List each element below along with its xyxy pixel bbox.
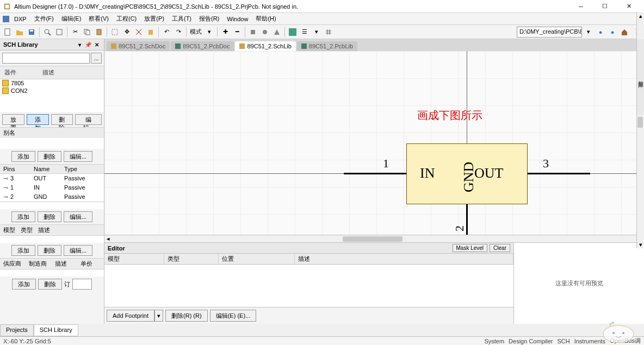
menu-project[interactable]: 工程(C) xyxy=(113,14,140,24)
edit-button[interactable]: 编辑... xyxy=(75,114,102,125)
col-description[interactable]: 描述 xyxy=(40,67,57,78)
open-button[interactable] xyxy=(14,27,25,37)
h-scroll-thumb[interactable] xyxy=(343,236,403,242)
editor-col-pos[interactable]: 位置 xyxy=(219,254,295,264)
status-sch[interactable]: SCH xyxy=(557,338,569,344)
clear-button[interactable] xyxy=(145,27,156,37)
supplier-add-button[interactable]: 添加 xyxy=(12,279,36,290)
nav-dropdown[interactable]: ▾ xyxy=(583,27,594,37)
tool-a[interactable] xyxy=(247,27,258,37)
add-footprint-dropdown[interactable]: ▾ xyxy=(154,310,163,322)
grid-button[interactable] xyxy=(323,27,334,37)
pin-row[interactable]: ⊸3OUTPassive xyxy=(0,174,104,183)
menu-window[interactable]: Window xyxy=(224,15,251,23)
pin-delete-button[interactable]: 删除 xyxy=(38,211,61,222)
clear-button[interactable]: Clear xyxy=(490,244,510,252)
color-picker[interactable] xyxy=(287,27,298,37)
component-row[interactable]: 7805 xyxy=(0,79,104,87)
supplier-list[interactable] xyxy=(0,269,104,277)
pin-row[interactable]: ⊸1INPassive xyxy=(0,183,104,192)
deselect-button[interactable] xyxy=(133,27,144,37)
filter-button[interactable]: ... xyxy=(91,53,102,64)
v-scroll-thumb[interactable] xyxy=(637,117,643,128)
status-system[interactable]: System xyxy=(484,338,504,344)
redo-button[interactable]: ↷ xyxy=(173,27,184,37)
editor-col-model[interactable]: 模型 xyxy=(104,254,164,264)
pin-row[interactable]: ⊸2GNDPassive xyxy=(0,192,104,202)
editor-delete-button[interactable]: 删除(R) (R) xyxy=(165,310,208,322)
editor-edit-button[interactable]: 编辑(E) (E)... xyxy=(210,310,257,322)
move-button[interactable]: ✥ xyxy=(121,27,132,37)
h-scrollbar[interactable]: ◂ ▸ xyxy=(104,235,644,242)
pins-col-type[interactable]: Type xyxy=(61,165,94,173)
order-qty[interactable] xyxy=(72,279,92,290)
save-button[interactable] xyxy=(26,27,37,37)
tab-pcblib[interactable]: 89C51_2.PcbLib xyxy=(297,41,357,51)
model-add-button[interactable]: 添加 xyxy=(11,245,35,256)
new-button[interactable] xyxy=(2,27,13,37)
mfr-col[interactable]: 制造商 xyxy=(29,260,49,268)
scroll-up-icon[interactable]: ▴ xyxy=(637,12,644,20)
zoom-area-button[interactable] xyxy=(42,27,53,37)
minus-button[interactable]: ━ xyxy=(232,27,243,37)
add-button[interactable]: 添加 xyxy=(27,114,49,125)
zoom-fit-button[interactable] xyxy=(54,27,65,37)
select-button[interactable] xyxy=(109,27,120,37)
right-collapsed-panel[interactable]: 剪贴板 库 xyxy=(636,39,644,115)
supplier-col[interactable]: 供应商 xyxy=(3,260,23,268)
panel-pin-icon[interactable]: 📌 xyxy=(84,41,92,48)
cut-button[interactable]: ✂ xyxy=(70,27,81,37)
alias-list[interactable] xyxy=(0,138,104,149)
col-component[interactable]: 器件 xyxy=(2,67,40,78)
delete-button[interactable]: 删除 xyxy=(51,114,73,125)
editor-body[interactable] xyxy=(104,265,513,307)
menu-place[interactable]: 放置(P) xyxy=(141,14,168,24)
tool-b[interactable] xyxy=(259,27,270,37)
component-row[interactable]: CON2 xyxy=(0,87,104,95)
paste-button[interactable] xyxy=(94,27,104,37)
alias-edit-button[interactable]: 编辑... xyxy=(64,151,92,162)
model-col-desc[interactable]: 描述 xyxy=(38,226,50,234)
projects-tab[interactable]: Projects xyxy=(0,324,34,336)
supplier-delete-button[interactable]: 删除 xyxy=(38,279,62,290)
model-edit-button[interactable]: 编辑... xyxy=(64,245,92,256)
panel-close-icon[interactable]: ✕ xyxy=(93,41,101,48)
desc-col[interactable]: 描述 xyxy=(55,260,75,268)
menu-dxp[interactable]: DXP xyxy=(11,15,30,23)
menu-edit[interactable]: 编辑(E) xyxy=(58,14,85,24)
tab-schdoc[interactable]: 89C51_2.SchDoc xyxy=(107,41,170,51)
undo-button[interactable]: ↶ xyxy=(161,27,172,37)
schlib-tab[interactable]: SCH Library xyxy=(34,324,78,336)
dropdown-button[interactable]: ▾ xyxy=(311,27,322,37)
editor-col-type[interactable]: 类型 xyxy=(164,254,219,264)
path-box[interactable]: D:\0MY_creating\PCB\89 xyxy=(517,27,582,37)
plus-button[interactable]: ✚ xyxy=(220,27,231,37)
model-col-type[interactable]: 类型 xyxy=(21,226,33,234)
menu-file[interactable]: 文件(F) xyxy=(31,14,57,24)
add-footprint-button[interactable]: Add Footprint xyxy=(107,310,154,322)
schematic-canvas[interactable]: 画成下图所示 1 IN 3 OUT 2 GND xyxy=(104,51,644,235)
editor-col-desc[interactable]: 描述 xyxy=(295,254,513,264)
copy-button[interactable] xyxy=(82,27,92,37)
menu-help[interactable]: 帮助(H) xyxy=(252,14,279,24)
scroll-left-icon[interactable]: ◂ xyxy=(104,235,112,243)
price-col[interactable]: 单价 xyxy=(81,260,101,268)
pin-edit-button[interactable]: 编辑... xyxy=(64,211,92,222)
menu-view[interactable]: 察看(V) xyxy=(85,14,112,24)
alias-header[interactable]: 别名 xyxy=(3,129,15,137)
mask-level-button[interactable]: Mask Level xyxy=(453,244,488,252)
scroll-down-icon[interactable]: ▾ xyxy=(637,241,644,248)
model-col-model[interactable]: 模型 xyxy=(3,226,15,234)
pins-col-pins[interactable]: Pins xyxy=(0,165,30,173)
tab-pcbdoc[interactable]: 89C51_2.PcbDoc xyxy=(171,41,234,51)
close-button[interactable]: ✕ xyxy=(617,1,641,12)
menu-report[interactable]: 报告(R) xyxy=(196,14,222,24)
home-button[interactable] xyxy=(619,27,630,37)
mode-dropdown[interactable]: ▾ xyxy=(204,27,215,37)
tab-schlib[interactable]: 89C51_2.SchLib xyxy=(235,41,295,51)
maximize-button[interactable]: ☐ xyxy=(593,1,617,12)
alias-add-button[interactable]: 添加 xyxy=(11,151,35,162)
nav-fwd[interactable]: ● xyxy=(607,27,618,37)
pin-add-button[interactable]: 添加 xyxy=(11,211,35,222)
pins-col-name[interactable]: Name xyxy=(30,165,61,173)
